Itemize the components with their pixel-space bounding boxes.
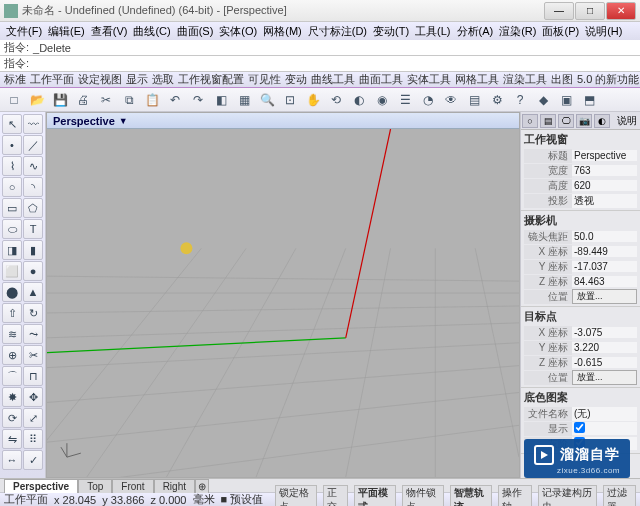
cut-icon[interactable]: ✂	[96, 90, 116, 110]
copy-icon[interactable]: ⧉	[119, 90, 139, 110]
tool-a-icon[interactable]: ◆	[533, 90, 553, 110]
properties-icon[interactable]: ◔	[418, 90, 438, 110]
tooltab-display[interactable]: 显示	[126, 72, 148, 87]
status-layer[interactable]: ■ 预设值	[221, 492, 264, 506]
undo-icon[interactable]: ↶	[165, 90, 185, 110]
shade-icon[interactable]: ◐	[349, 90, 369, 110]
tooltab-cplane[interactable]: 工作平面	[30, 72, 74, 87]
tooltab-layout[interactable]: 工作视窗配置	[178, 72, 244, 87]
close-button[interactable]: ✕	[606, 2, 636, 20]
viewport-icon[interactable]: ▦	[234, 90, 254, 110]
solid-icon[interactable]: ▮	[23, 240, 43, 260]
pointer-icon[interactable]: ↖	[2, 114, 22, 134]
redo-icon[interactable]: ↷	[188, 90, 208, 110]
paste-icon[interactable]: 📋	[142, 90, 162, 110]
extrude-icon[interactable]: ⇧	[2, 303, 22, 323]
cone-icon[interactable]: ▲	[23, 282, 43, 302]
help-icon[interactable]: ?	[510, 90, 530, 110]
hide-icon[interactable]: 👁	[441, 90, 461, 110]
tooltab-curvetools[interactable]: 曲线工具	[311, 72, 355, 87]
text-icon[interactable]: T	[23, 219, 43, 239]
menu-surface[interactable]: 曲面(S)	[177, 24, 214, 39]
tooltab-new[interactable]: 5.0 的新功能	[577, 72, 639, 87]
tool-c-icon[interactable]: ⬒	[579, 90, 599, 110]
revolve-icon[interactable]: ↻	[23, 303, 43, 323]
maximize-button[interactable]: □	[575, 2, 605, 20]
circle-icon[interactable]: ○	[2, 177, 22, 197]
new-icon[interactable]: □	[4, 90, 24, 110]
sb-planar[interactable]: 平面模式	[354, 485, 396, 507]
sb-smarttrack[interactable]: 智慧轨迹	[450, 485, 492, 507]
line-icon[interactable]: ／	[23, 135, 43, 155]
rotate-icon[interactable]: ⟲	[326, 90, 346, 110]
sb-filter[interactable]: 过滤器	[603, 485, 636, 507]
tooltab-standard[interactable]: 标准	[4, 72, 26, 87]
command-line-2[interactable]: 指令:	[0, 56, 640, 72]
show-checkbox[interactable]	[574, 422, 585, 433]
sb-gumball[interactable]: 操作轴	[498, 485, 531, 507]
tab-display-icon[interactable]: 🖵	[558, 114, 574, 128]
tooltab-rendertools[interactable]: 渲染工具	[503, 72, 547, 87]
cplane-icon[interactable]: ◧	[211, 90, 231, 110]
zoom-extents-icon[interactable]: ⊡	[280, 90, 300, 110]
scale-icon[interactable]: ⤢	[23, 408, 43, 428]
explode-icon[interactable]: ✸	[2, 387, 22, 407]
vtab-perspective[interactable]: Perspective	[4, 479, 78, 493]
rotate-tool-icon[interactable]: ⟳	[2, 408, 22, 428]
zoom-icon[interactable]: 🔍	[257, 90, 277, 110]
surface-icon[interactable]: ◨	[2, 240, 22, 260]
menu-analyze[interactable]: 分析(A)	[457, 24, 494, 39]
tab-mat-icon[interactable]: ◐	[594, 114, 610, 128]
menu-file[interactable]: 文件(F)	[6, 24, 42, 39]
sb-ortho[interactable]: 正交	[323, 485, 348, 507]
array-icon[interactable]: ⠿	[23, 429, 43, 449]
vtab-add[interactable]: ⊕	[195, 479, 209, 493]
tooltab-surftools[interactable]: 曲面工具	[359, 72, 403, 87]
vtab-top[interactable]: Top	[78, 479, 112, 493]
menu-help[interactable]: 说明(H)	[585, 24, 622, 39]
move-icon[interactable]: ✥	[23, 387, 43, 407]
menu-panels[interactable]: 面板(P)	[542, 24, 579, 39]
sweep-icon[interactable]: ⤳	[23, 324, 43, 344]
layers-icon[interactable]: ▤	[464, 90, 484, 110]
arc-icon[interactable]: ◝	[23, 177, 43, 197]
menu-view[interactable]: 查看(V)	[91, 24, 128, 39]
viewport[interactable]	[47, 129, 519, 477]
menu-mesh[interactable]: 网格(M)	[263, 24, 302, 39]
cylinder-icon[interactable]: ⬤	[2, 282, 22, 302]
polyline-icon[interactable]: ⌇	[2, 156, 22, 176]
sb-gridsnap[interactable]: 锁定格点	[275, 485, 317, 507]
panel-help-link[interactable]: 说明	[615, 114, 639, 128]
layer-icon[interactable]: ☰	[395, 90, 415, 110]
boolean-icon[interactable]: ⊕	[2, 345, 22, 365]
sb-history[interactable]: 记录建构历史	[538, 485, 597, 507]
curve-icon[interactable]: ∿	[23, 156, 43, 176]
tooltab-solidtools[interactable]: 实体工具	[407, 72, 451, 87]
pan-icon[interactable]: ✋	[303, 90, 323, 110]
polygon-icon[interactable]: ⬠	[23, 198, 43, 218]
rect-icon[interactable]: ▭	[2, 198, 22, 218]
fillet-icon[interactable]: ⌒	[2, 366, 22, 386]
mirror-icon[interactable]: ⇋	[2, 429, 22, 449]
render-icon[interactable]: ◉	[372, 90, 392, 110]
tab-cam-icon[interactable]: 📷	[576, 114, 592, 128]
sphere-icon[interactable]: ●	[23, 261, 43, 281]
analyze-icon[interactable]: ✓	[23, 450, 43, 470]
options-icon[interactable]: ⚙	[487, 90, 507, 110]
vtab-front[interactable]: Front	[112, 479, 153, 493]
box-icon[interactable]: ⬜	[2, 261, 22, 281]
print-icon[interactable]: 🖨	[73, 90, 93, 110]
tooltab-meshtools[interactable]: 网格工具	[455, 72, 499, 87]
lasso-icon[interactable]: 〰	[23, 114, 43, 134]
menu-solid[interactable]: 实体(O)	[219, 24, 257, 39]
sb-osnap[interactable]: 物件锁点	[402, 485, 444, 507]
loft-icon[interactable]: ≋	[2, 324, 22, 344]
menu-transform[interactable]: 变动(T)	[373, 24, 409, 39]
tooltab-setview[interactable]: 设定视图	[78, 72, 122, 87]
menu-dimension[interactable]: 尺寸标注(D)	[308, 24, 367, 39]
menu-curve[interactable]: 曲线(C)	[133, 24, 170, 39]
vtab-right[interactable]: Right	[154, 479, 195, 493]
viewport-title-tab[interactable]: Perspective ▼	[47, 113, 519, 129]
tool-b-icon[interactable]: ▣	[556, 90, 576, 110]
menu-render[interactable]: 渲染(R)	[499, 24, 536, 39]
